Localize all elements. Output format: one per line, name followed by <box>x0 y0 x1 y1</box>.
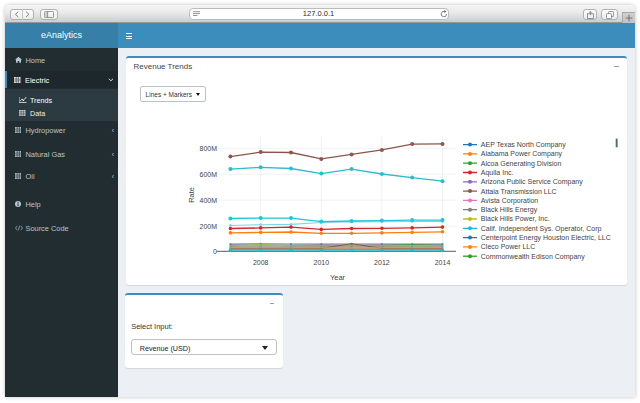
svg-text:Attala Transmission LLC: Attala Transmission LLC <box>480 187 556 194</box>
svg-text:200M: 200M <box>199 222 217 229</box>
svg-text:Black Hills Energy: Black Hills Energy <box>480 206 537 214</box>
svg-text:Aquila Inc.: Aquila Inc. <box>480 168 513 176</box>
svg-text:Avista Corporation: Avista Corporation <box>480 196 538 204</box>
svg-text:Arizona Public Service Company: Arizona Public Service Company <box>480 178 582 186</box>
svg-text:Calif. Independent Sys. Operat: Calif. Independent Sys. Operator, Corp <box>480 224 601 232</box>
svg-text:2010: 2010 <box>313 259 329 266</box>
svg-text:400M: 400M <box>199 196 217 203</box>
svg-text:2012: 2012 <box>374 259 390 266</box>
svg-text:0: 0 <box>213 247 217 254</box>
svg-text:Alabama Power Company: Alabama Power Company <box>480 150 562 158</box>
svg-text:Rate: Rate <box>186 186 195 202</box>
svg-text:Black Hills Power, Inc.: Black Hills Power, Inc. <box>480 215 549 222</box>
svg-text:Cleco Power LLC: Cleco Power LLC <box>480 243 534 250</box>
svg-text:AEP Texas North Company: AEP Texas North Company <box>480 141 565 149</box>
svg-text:800M: 800M <box>199 144 217 151</box>
svg-text:600M: 600M <box>199 170 217 177</box>
svg-text:Alcoa Generating Division: Alcoa Generating Division <box>480 159 561 167</box>
svg-text:Centerpoint Energy Houston Ele: Centerpoint Energy Houston Electric, LLC <box>480 234 610 242</box>
svg-text:2008: 2008 <box>252 259 268 266</box>
svg-text:Year: Year <box>329 272 345 281</box>
svg-text:2014: 2014 <box>434 259 450 266</box>
svg-text:Commonwealth Edison Company: Commonwealth Edison Company <box>480 252 584 260</box>
